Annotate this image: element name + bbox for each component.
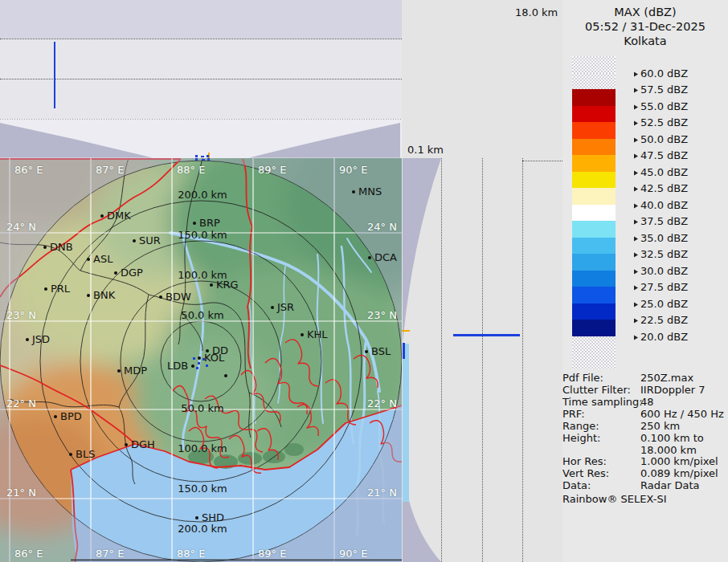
metadata-value: 1.000 km/pixel [640,455,718,467]
right-panel-gridline-6km [441,158,442,562]
product-metadata: Pdf File:250Z.maxClutter Filter:IIRDoppl… [562,0,728,562]
top-panel-echo-column [54,42,55,108]
metadata-value: IIRDoppler 7 [640,384,706,396]
metadata-value: 250Z.max [640,372,693,384]
right-panel-low-level-echo-band [403,344,409,502]
map-graphic [0,158,402,562]
metadata-label: Hor Res: [562,455,607,467]
metadata-value: 18.000 km [640,444,697,456]
metadata-value: 0.100 km to [640,432,704,444]
metadata-label: Range: [562,420,599,432]
right-projection-panel [402,157,530,562]
metadata-label: Pdf File: [562,372,603,384]
top-panel-out-of-range-band [0,0,402,39]
top-panel-gridline-12km [0,39,402,39]
map-panel [0,158,402,562]
metadata-label: Vert Res: [562,467,609,479]
metadata-label: Time sampling: [562,396,643,408]
software-brand: Rainbow® SELEX-SI [562,493,667,505]
map-top-clip-strip [0,119,402,158]
right-panel-echo-line [453,334,520,336]
metadata-value: 48 [640,396,654,408]
legend-panel: MAX (dBZ) 05:52 / 31-Dec-2025 Kolkata 60… [562,0,728,562]
height-axis-max-label: 18.0 km [515,6,558,18]
top-projection-panel [0,0,402,119]
top-panel-gridline-6km [0,79,402,79]
right-panel-echo-mark [403,343,405,359]
metadata-value: 250 km [640,420,680,432]
right-panel-gridline-12km [482,158,483,562]
metadata-label: PRF: [562,408,585,420]
radar-app-window: 18.0 km 0.1 km MAX (dBZ) 05:52 / 31-Dec-… [0,0,728,562]
metadata-value: 600 Hz / 450 Hz [640,408,724,420]
clip-wings-graphic [0,119,402,158]
metadata-label: Height: [562,432,600,444]
metadata-label: Clutter Filter: [562,384,631,396]
metadata-value: 0.089 km/pixel [640,467,718,479]
right-panel-echo-tick [402,330,410,332]
metadata-label: Data: [562,479,591,491]
height-axis-min-label: 0.1 km [407,144,444,156]
right-panel-gridline-18km [522,158,523,562]
metadata-value: Radar Data [640,479,699,491]
right-panel-wings [402,157,530,562]
